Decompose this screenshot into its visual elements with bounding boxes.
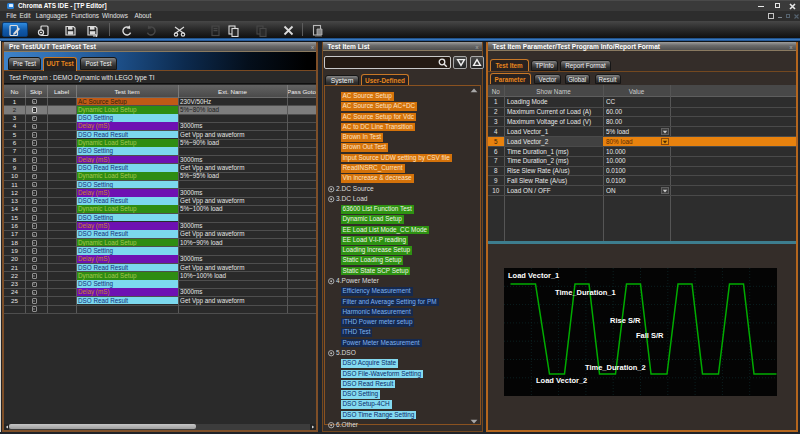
svg-text:Time_Duration_2: Time_Duration_2 — [585, 363, 646, 372]
svg-text:Fall S/R: Fall S/R — [636, 331, 664, 340]
svg-text:Load Vector_1: Load Vector_1 — [508, 271, 559, 280]
svg-text:Load Vector_2: Load Vector_2 — [536, 376, 587, 385]
svg-text:Rise S/R: Rise S/R — [610, 316, 641, 325]
svg-text:Time_Duration_1: Time_Duration_1 — [555, 288, 616, 297]
